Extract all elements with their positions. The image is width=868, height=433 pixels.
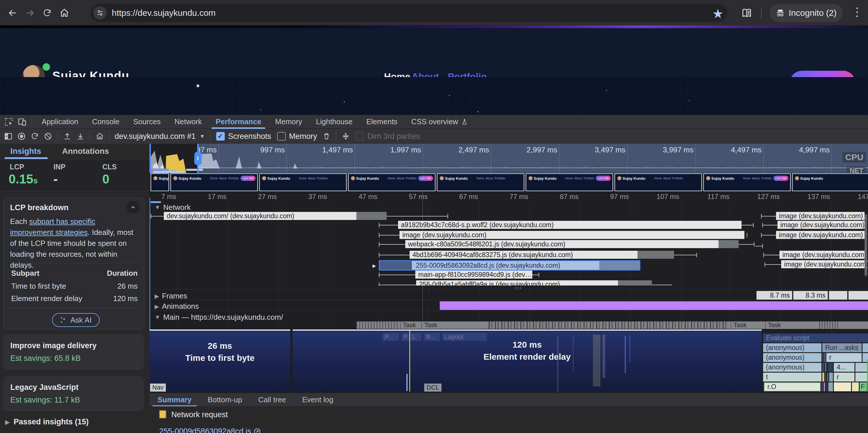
forward-button[interactable] [21,4,38,22]
bookmark-star-icon[interactable]: ★ [712,6,723,21]
network-request-bar-selected[interactable]: 255-0009d5863092a8cd.js (dev.sujaykundu.… [379,260,640,271]
tab-memory[interactable]: Memory [275,117,302,126]
network-request-bar[interactable]: 4bd1b696-409494caf8c83275.js (dev.sujayk… [409,251,638,259]
network-request-bar[interactable]: image (dev.sujaykundu.com) [779,251,867,259]
detail-tab-call-tree[interactable]: Call tree [258,395,286,404]
device-toolbar-icon[interactable] [16,115,29,128]
clear-button[interactable] [41,130,55,143]
flame-frame[interactable]: Evaluate script [763,334,868,342]
screenshots-checkbox[interactable]: ✓ Screenshots [216,132,271,141]
detail-tab-event-log[interactable]: Event log [302,395,333,404]
reload-button[interactable] [38,4,56,22]
detail-tab-summary-active[interactable]: Summary [157,395,192,404]
toggle-sidebar-icon[interactable] [2,130,15,143]
network-section-header[interactable]: ▼ Network [155,203,191,212]
frame-duration[interactable]: 8.3 ms [793,291,828,300]
open-external-icon[interactable] [253,428,261,433]
flame-frame[interactable]: (anonymous) [763,353,822,362]
throttling-icon[interactable] [339,130,352,143]
filmstrip-thumbnail[interactable]: Sujay Kundu Home About Portfolio [615,174,702,191]
browser-menu-icon[interactable]: ⋮ [851,5,863,19]
flame-frame[interactable]: F [860,382,867,391]
dcl-marker[interactable]: DCL [424,383,441,392]
animation-bar[interactable] [440,301,868,310]
tab-network[interactable]: Network [175,117,202,126]
record-button[interactable] [15,130,28,143]
frame-duration[interactable]: 8.7 ms [756,291,792,300]
garbage-collect-icon[interactable] [320,130,333,143]
filmstrip-thumbnail[interactable]: Sujay Kundu Home About Portfolio Let's T… [526,174,613,191]
network-request-bar[interactable]: dev.sujaykundu.com/ (dev.sujaykundu.com) [164,212,356,220]
inspect-element-icon[interactable] [2,115,16,128]
tab-css-overview[interactable]: CSS overview [411,117,468,126]
memory-checkbox[interactable]: Memory [277,132,317,141]
live-metrics-home-icon[interactable] [93,130,106,143]
task-label[interactable]: Task [731,321,746,329]
filmstrip-thumbnail[interactable]: Sujay Kundu Home About Portfolio Let's T… [703,174,791,191]
tab-lighthouse[interactable]: Lighthouse [316,117,352,126]
network-request-bar[interactable]: a9182b9b43c7c68d-s.p.woff2 (dev.sujaykun… [398,221,742,229]
network-request-bar[interactable]: webpack-c80a509c548f6201.js (dev.sujayku… [405,240,718,248]
passed-insights-toggle[interactable]: ▶ Passed insights (15) [5,417,89,426]
network-request-bar[interactable]: main-app-f810cc9959894cd9.js (dev… [415,271,532,279]
selection-handle-left[interactable] [150,144,151,173]
lcp-breakdown-card[interactable]: LCP breakdown Each subpart has specific … [3,198,144,330]
network-request-bar[interactable]: image (dev.sujaykundu.com) [777,221,867,229]
flame-frame[interactable]: Run ...asks [822,343,862,352]
address-bar[interactable]: https://dev.sujaykundu.com [91,4,727,22]
network-request-bar[interactable]: image (dev.sujaykundu.com) [776,212,865,220]
site-settings-icon[interactable] [93,6,106,20]
timeline-overview[interactable]: 497 ms 997 ms 1,497 ms 1,997 ms 2,497 ms… [150,144,868,173]
flame-frame[interactable]: t [763,373,822,381]
download-profile-icon[interactable] [74,130,87,143]
network-scrollbar[interactable] [865,214,867,276]
network-request-bar[interactable]: image (dev.sujaykundu.com) [781,260,867,268]
filmstrip-thumbnail[interactable]: Sujay Kundu [151,174,169,191]
record-and-reload-button[interactable] [28,130,41,143]
insight-card-legacy-js[interactable]: Legacy JavaScript Est savings: 11.7 kB [3,376,144,411]
tab-sources[interactable]: Sources [133,117,161,126]
tab-console[interactable]: Console [92,117,119,126]
network-request-bar[interactable]: image (dev.sujaykundu.com) [776,231,866,239]
filmstrip-thumbnail[interactable]: Sujay Kundu Home About Portfolio [437,174,524,191]
flame-frame[interactable]: (anonymous) [763,363,822,372]
tab-application[interactable]: Application [42,117,78,126]
dim-3rd-parties-checkbox[interactable]: Dim 3rd parties [355,132,420,141]
flame-frame[interactable]: r [826,353,862,362]
network-request-bar[interactable]: image (dev.sujaykundu.com) [400,231,744,239]
tab-performance-active[interactable]: Performance [216,117,261,126]
flame-frame[interactable]: (anonymous) [763,343,822,352]
inp-value[interactable]: - [54,172,58,186]
task-label[interactable]: Task [765,321,781,329]
animations-section-header[interactable]: ▶ Animations [155,302,199,311]
upload-profile-icon[interactable] [61,130,74,143]
reading-list-icon[interactable] [739,6,754,21]
back-button[interactable] [4,4,21,22]
selection-grip[interactable]: ‖ [194,152,202,165]
frames-section-header[interactable]: ▶ Frames [155,291,187,301]
filmstrip-thumbnail[interactable]: Sujay Kundu Home About Portfolio Let's T… [170,174,258,191]
flame-frame[interactable]: r [834,373,855,381]
filmstrip-thumbnail[interactable]: Sujay Kundu Home About Portfolio [259,174,347,191]
lcp-value[interactable]: 0.15s [9,172,38,186]
sidebar-tab-annotations[interactable]: Annotations [62,147,109,156]
flame-frame[interactable]: 4... [834,363,855,372]
collapse-chevron-button[interactable] [127,201,140,214]
task-label[interactable]: Task [400,321,416,329]
incognito-badge[interactable]: Incognito (2) [770,4,843,22]
nav-marker[interactable]: Nav [150,383,166,392]
flame-frame[interactable]: r.O [764,382,820,391]
home-button[interactable] [56,4,73,22]
tab-elements[interactable]: Elements [366,117,397,126]
filmstrip-thumbnail[interactable]: Sujay Kundu Home About Portfolio Let's T… [348,174,435,191]
history-dropdown[interactable]: dev.sujaykundu.com #1 ▼ [115,132,205,141]
task-label[interactable]: Task [421,321,437,329]
insight-card-image-delivery[interactable]: Improve image delivery Est savings: 65.8… [3,334,144,369]
main-thread-section-header[interactable]: ▼ Main — https://dev.sujaykundu.com/ [155,313,283,322]
timeline-ruler[interactable]: 7 ms 17 ms 27 ms 37 ms 47 ms 57 ms 67 ms… [150,191,868,202]
cls-value[interactable]: 0 [102,172,109,186]
detail-tab-bottom-up[interactable]: Bottom-up [208,395,242,404]
sidebar-tab-insights[interactable]: Insights [10,147,41,156]
ask-ai-button[interactable]: Ask AI [52,313,100,327]
request-file-link[interactable]: 255-0009d5863092a8cd.js [159,427,251,433]
